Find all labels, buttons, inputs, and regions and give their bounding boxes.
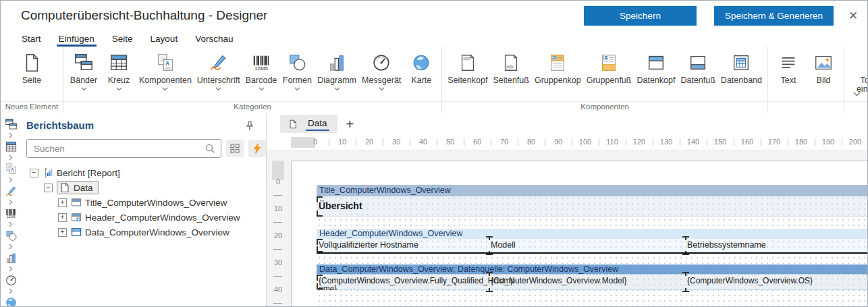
ribbon-item-datenfuss[interactable]: Datenfuß	[678, 51, 717, 85]
grid-view-button[interactable]	[226, 140, 244, 157]
pin-icon[interactable]	[246, 121, 254, 134]
band-data-bar[interactable]: Data_ComputerWindows_Overview; Datenquel…	[317, 264, 867, 274]
tree-item-label[interactable]: Title_ComputerWindows_Overview	[85, 198, 227, 208]
ribbon-item-datenkopf[interactable]: Datenkopf	[634, 51, 678, 85]
tree-item-label[interactable]: Bericht [Report]	[57, 168, 120, 178]
chevron-down-icon[interactable]	[259, 87, 265, 91]
title-textbox[interactable]: Übersicht	[319, 200, 362, 211]
chevron-right-icon[interactable]	[9, 244, 13, 249]
ribbon-item-formen[interactable]: Formen	[279, 51, 315, 91]
save-generate-button[interactable]: Speichern & Generieren	[714, 6, 834, 26]
ribbon-group-label: Neues Element	[1, 101, 63, 113]
tool-strip-bands[interactable]	[5, 118, 18, 139]
toolbox-icon	[865, 51, 868, 75]
barcode-icon: 12345	[251, 51, 271, 75]
chevron-down-icon[interactable]	[334, 87, 340, 91]
ribbon-item-unterschrift[interactable]: Unterschrift	[194, 51, 243, 91]
chevron-right-icon[interactable]	[9, 288, 13, 294]
tab-seite[interactable]: Seite	[103, 30, 142, 47]
chevron-down-icon[interactable]	[116, 87, 122, 91]
ribbon-item-kreuz[interactable]: Kreuz	[101, 51, 136, 91]
ribbon-item-komponenten[interactable]: AKomponenten	[136, 51, 194, 91]
tree-row-data[interactable]: −Data	[26, 180, 266, 195]
tab-einfuegen[interactable]: Einfügen	[50, 30, 103, 47]
add-page-button[interactable]: +	[346, 117, 354, 131]
chevron-right-icon[interactable]	[9, 177, 13, 182]
data-cell-model[interactable]: {ComputerWindows_Overview.Model}	[491, 277, 673, 285]
tool-strip-cross[interactable]	[5, 140, 18, 161]
header-cell-hostname[interactable]: Vollqualifizierter Hostname	[319, 240, 418, 250]
tab-vorschau[interactable]: Vorschau	[186, 30, 242, 47]
save-button[interactable]: Speichern	[584, 6, 697, 26]
chevron-down-icon[interactable]	[162, 87, 168, 91]
header-cell-os[interactable]: Betriebssystemname	[687, 240, 766, 250]
ribbon-item-seitenfuss[interactable]: Seitenfuß	[490, 51, 532, 85]
close-icon[interactable]: ✕	[844, 7, 862, 24]
ribbon-item-gruppenkop[interactable]: AGruppenkop	[532, 51, 584, 85]
events-button[interactable]	[248, 140, 266, 157]
search-input[interactable]	[32, 143, 205, 155]
tree-row-title-computerwindows-overview[interactable]: +Title_ComputerWindows_Overview	[26, 195, 266, 210]
chevron-right-icon[interactable]	[9, 132, 13, 138]
ruler-tick	[788, 138, 788, 146]
chevron-right-icon[interactable]	[9, 199, 13, 204]
tab-start[interactable]: Start	[13, 30, 50, 47]
ribbon-item-datenband[interactable]: Datenband	[718, 51, 765, 85]
tree-row-header-computerwindows-overview[interactable]: +Header_ComputerWindows_Overview	[26, 210, 266, 225]
tree-toggle[interactable]: +	[58, 198, 67, 207]
chevron-right-icon[interactable]	[9, 221, 13, 227]
chevron-down-icon[interactable]	[294, 87, 300, 91]
tree-toggle[interactable]: −	[44, 184, 53, 192]
tree-item-label[interactable]: Data	[74, 183, 93, 193]
band-title-bar[interactable]: Title_ComputerWindows_Overview	[317, 185, 867, 196]
panel-title: Berichtsbaum	[26, 119, 266, 131]
tree-item-label[interactable]: Data_ComputerWindows_Overview	[85, 227, 229, 238]
tree-selected-item[interactable]: Data	[57, 181, 99, 194]
tree-toggle[interactable]: −	[30, 169, 38, 177]
lightning-icon	[253, 143, 261, 154]
ribbon-item-diagramm[interactable]: Diagramm	[315, 51, 359, 91]
ribbon-item-barcode[interactable]: 12345Barcode	[243, 51, 280, 91]
tool-strip-barcode[interactable]: 12345	[5, 207, 18, 228]
cross-table-icon	[5, 140, 18, 153]
tool-strip-gauge[interactable]	[5, 274, 18, 295]
band-data-content[interactable]: {ComputerWindows_Overview.Fully_Qualifie…	[317, 274, 867, 290]
ruler-number: 10	[271, 204, 286, 213]
chevron-right-icon[interactable]	[9, 155, 13, 160]
tab-layout[interactable]: Layout	[142, 30, 187, 47]
ribbon-item-seitenkopf[interactable]: Seitenkopf	[445, 51, 490, 85]
collapse-ribbon-chevron-down-icon[interactable]	[853, 87, 861, 99]
ribbon-item-messgeraet[interactable]: Messgerät	[359, 51, 404, 91]
chevron-down-icon[interactable]	[81, 87, 87, 91]
tree-row-bericht-report[interactable]: −Bericht [Report]	[26, 165, 266, 180]
band-title-content[interactable]: Übersicht	[317, 196, 867, 217]
header-cell-model[interactable]: Modell	[491, 240, 516, 250]
tool-strip-map[interactable]	[5, 296, 18, 306]
ribbon-group-kategorien: BänderKreuzAKomponentenUnterschrift12345…	[63, 47, 442, 113]
ribbon-item-text[interactable]: Text	[771, 51, 806, 85]
tool-strip-components[interactable]: A	[5, 163, 18, 184]
tree-row-data-computerwindows-overview[interactable]: +Data_ComputerWindows_Overview	[26, 225, 266, 240]
report-page[interactable]: Title_ComputerWindows_Overview Übersicht…	[291, 161, 867, 306]
chevron-down-icon[interactable]	[379, 87, 385, 91]
data-cell-os[interactable]: {ComputerWindows_Overview.OS}	[687, 277, 867, 285]
ruler-tick	[545, 138, 545, 146]
band-header-content[interactable]: Vollqualifizierter Hostname Modell Betri…	[317, 239, 867, 252]
chevron-down-icon[interactable]	[215, 87, 221, 91]
ruler-tick	[572, 138, 572, 146]
tool-strip-chart[interactable]	[5, 252, 18, 273]
ribbon-item-bild[interactable]: Bild	[806, 51, 841, 85]
tree-toggle[interactable]: +	[58, 213, 67, 222]
ribbon-item-gruppenfuss[interactable]: AGruppenfuß	[584, 51, 634, 85]
band-header-bar[interactable]: Header_ComputerWindows_Overview	[317, 229, 867, 239]
tree-toggle[interactable]: +	[58, 228, 67, 237]
data-cell-hostname[interactable]: {ComputerWindows_Overview.Fully_Qualifie…	[319, 277, 516, 290]
ribbon-item-baender[interactable]: Bänder	[66, 51, 101, 91]
tool-strip-signature[interactable]	[5, 185, 18, 206]
tool-strip-shapes[interactable]	[5, 229, 18, 250]
tree-item-label[interactable]: Header_ComputerWindows_Overview	[85, 213, 240, 223]
chevron-right-icon[interactable]	[9, 266, 13, 271]
doc-tab-data[interactable]: Data	[280, 115, 337, 133]
ribbon-item-seite[interactable]: Seite	[3, 51, 60, 85]
ribbon-item-karte[interactable]: Karte	[404, 51, 439, 85]
